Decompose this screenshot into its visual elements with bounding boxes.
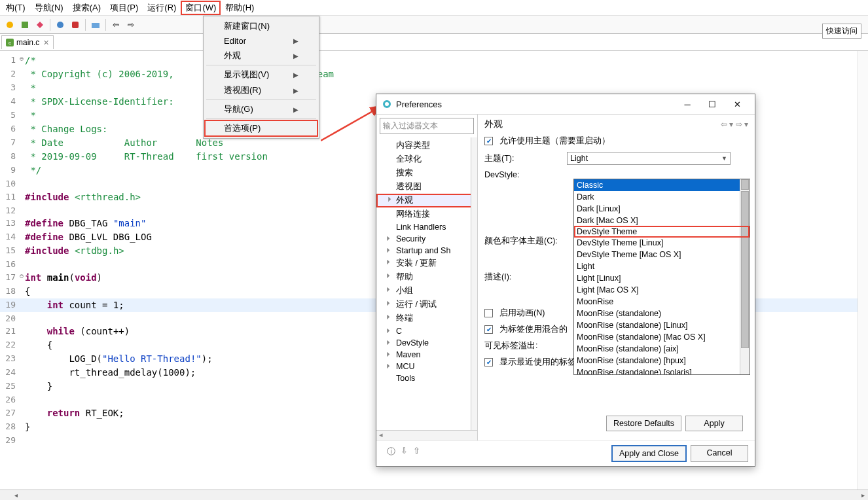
- theme-option-8[interactable]: Light [Linux]: [574, 272, 750, 284]
- theme-option-11[interactable]: MoonRise (standalone): [574, 308, 750, 319]
- apply-and-close-button[interactable]: Apply and Close: [611, 445, 687, 462]
- forward-icon[interactable]: ⇨: [124, 18, 138, 32]
- tree-item-4[interactable]: 外观: [376, 194, 477, 207]
- tree-item-10[interactable]: 帮助: [376, 270, 477, 284]
- tree-item-3[interactable]: 透视图: [376, 180, 477, 194]
- cancel-button[interactable]: Cancel: [691, 445, 748, 462]
- theme-option-12[interactable]: MoonRise (standalone) [Linux]: [574, 319, 750, 331]
- tree-item-18[interactable]: Tools: [376, 372, 477, 384]
- export-icon[interactable]: ⇧: [413, 446, 420, 457]
- tab-label: main.c: [16, 38, 39, 47]
- menu-item-4[interactable]: 显示视图(V)▶: [204, 67, 318, 82]
- description-label: 描述(I):: [484, 272, 563, 283]
- editor-tabs: c main.c ✕: [0, 34, 868, 51]
- tree-item-16[interactable]: Maven: [376, 349, 477, 361]
- close-icon[interactable]: ✕: [43, 39, 49, 47]
- tree-item-5[interactable]: 网络连接: [376, 207, 477, 221]
- menubar-item-5[interactable]: 窗口(W): [181, 1, 221, 15]
- tree-item-7[interactable]: Security: [376, 233, 477, 245]
- svg-point-0: [7, 22, 13, 28]
- scroll-up-icon[interactable]: [741, 179, 749, 190]
- tree-item-6[interactable]: Link Handlers: [376, 221, 477, 233]
- theme-option-2[interactable]: Dark [Linux]: [574, 203, 750, 215]
- theme-option-16[interactable]: MoonRise (standalone) [solaris]: [574, 366, 750, 375]
- tree-item-15[interactable]: DevStyle: [376, 337, 477, 349]
- toolbar-icon-1[interactable]: [3, 18, 17, 32]
- tree-item-17[interactable]: MCU: [376, 361, 477, 372]
- tree-item-0[interactable]: 内容类型: [376, 139, 477, 152]
- theme-option-1[interactable]: Dark: [574, 191, 750, 203]
- menu-item-0[interactable]: 新建窗口(N): [204, 18, 318, 34]
- theme-select[interactable]: Light▼: [567, 152, 731, 165]
- svg-point-9: [385, 102, 389, 106]
- menu-item-9[interactable]: 首选项(P): [204, 120, 318, 137]
- enable-anim-checkbox[interactable]: [484, 309, 493, 317]
- code-line[interactable]: 3 *: [0, 81, 868, 95]
- menu-item-5[interactable]: 透视图(R)▶: [204, 82, 318, 98]
- minimize-icon[interactable]: ─: [675, 95, 700, 113]
- theme-option-10[interactable]: MoonRise: [574, 296, 750, 308]
- tree-scrollbar[interactable]: [471, 137, 477, 430]
- preferences-tree[interactable]: 内容类型全球化搜索透视图外观网络连接Link HandlersSecurityS…: [376, 137, 477, 430]
- toolbar-icon-5[interactable]: [68, 18, 82, 32]
- dialog-help-icons[interactable]: ⓘ ⇩ ⇧: [383, 446, 420, 461]
- menubar-item-3[interactable]: 项目(P): [105, 1, 143, 15]
- toolbar-icon-3[interactable]: [33, 18, 47, 32]
- scroll-left-icon[interactable]: ◂: [10, 490, 21, 500]
- apply-button[interactable]: Apply: [685, 416, 743, 431]
- listbox-scrollbar[interactable]: [740, 179, 750, 374]
- theme-option-14[interactable]: MoonRise (standalone) [aix]: [574, 343, 750, 355]
- menubar-item-4[interactable]: 运行(R): [143, 1, 181, 15]
- theme-option-5[interactable]: DevStyle Theme [Linux]: [574, 237, 750, 249]
- theme-option-13[interactable]: MoonRise (standalone) [Mac OS X]: [574, 331, 750, 343]
- allow-theme-checkbox[interactable]: ✔: [484, 137, 493, 145]
- show-recent-checkbox[interactable]: ✔: [484, 358, 493, 366]
- menubar-item-1[interactable]: 导航(N): [30, 1, 68, 15]
- menu-item-1[interactable]: Editor▶: [204, 34, 318, 48]
- menubar-item-0[interactable]: 构(T): [1, 1, 30, 15]
- allow-theme-label: 允许使用主题（需要重启动）: [499, 135, 610, 147]
- menu-item-2[interactable]: 外观▶: [204, 48, 318, 63]
- editor-horizontal-scrollbar[interactable]: ◂ ▸: [0, 490, 868, 500]
- tree-item-12[interactable]: 运行 / 调试: [376, 298, 477, 312]
- theme-option-6[interactable]: DevStyle Theme [Mac OS X]: [574, 249, 750, 260]
- dialog-titlebar: Preferences ─ ☐ ✕: [376, 94, 755, 114]
- toolbar-icon-2[interactable]: [18, 18, 32, 32]
- help-icon[interactable]: ⓘ: [387, 446, 395, 457]
- filter-input[interactable]: 输入过滤器文本: [380, 118, 474, 134]
- scroll-thumb[interactable]: [741, 191, 749, 348]
- menubar-item-6[interactable]: 帮助(H): [221, 1, 259, 15]
- theme-option-9[interactable]: Light [Mac OS X]: [574, 284, 750, 296]
- quick-access[interactable]: 快速访问: [822, 24, 861, 39]
- tree-item-13[interactable]: 终端: [376, 312, 477, 325]
- theme-option-15[interactable]: MoonRise (standalone) [hpux]: [574, 355, 750, 366]
- tree-item-9[interactable]: 安装 / 更新: [376, 257, 477, 270]
- toolbar-icon-6[interactable]: [88, 18, 103, 32]
- close-window-icon[interactable]: ✕: [725, 95, 750, 113]
- theme-option-7[interactable]: Light: [574, 260, 750, 272]
- menubar-item-2[interactable]: 搜索(A): [68, 1, 105, 15]
- tree-item-2[interactable]: 搜索: [376, 166, 477, 180]
- theme-option-4[interactable]: DevStyle Theme: [574, 226, 750, 238]
- tree-item-1[interactable]: 全球化: [376, 152, 477, 166]
- toolbar-icon-4[interactable]: [53, 18, 67, 32]
- theme-options-listbox[interactable]: ClassicDarkDark [Linux]Dark [Mac OS X]De…: [573, 179, 750, 375]
- tree-hscroll[interactable]: ◂: [376, 430, 477, 440]
- detail-nav-icons[interactable]: ⇦ ▾ ⇨ ▾: [721, 120, 748, 129]
- restore-defaults-button[interactable]: Restore Defaults: [606, 416, 681, 431]
- submenu-arrow-icon: ▶: [293, 52, 298, 60]
- maximize-icon[interactable]: ☐: [700, 95, 725, 113]
- tree-item-8[interactable]: Startup and Sh: [376, 245, 477, 257]
- scroll-right-icon[interactable]: ▸: [858, 490, 868, 500]
- code-line[interactable]: 1⊖/*: [0, 54, 868, 67]
- menu-item-7[interactable]: 导航(G)▶: [204, 101, 318, 117]
- tree-item-11[interactable]: 小组: [376, 284, 477, 298]
- tab-main-c[interactable]: c main.c ✕: [1, 35, 54, 49]
- theme-option-0[interactable]: Classic: [574, 179, 750, 191]
- theme-option-3[interactable]: Dark [Mac OS X]: [574, 215, 750, 226]
- mixed-tabs-checkbox[interactable]: ✔: [484, 325, 493, 334]
- code-line[interactable]: 2 * Copyright (c) 2006-2019, ent Team: [0, 67, 868, 81]
- import-icon[interactable]: ⇩: [401, 446, 408, 457]
- tree-item-14[interactable]: C: [376, 325, 477, 337]
- back-icon[interactable]: ⇦: [109, 18, 123, 32]
